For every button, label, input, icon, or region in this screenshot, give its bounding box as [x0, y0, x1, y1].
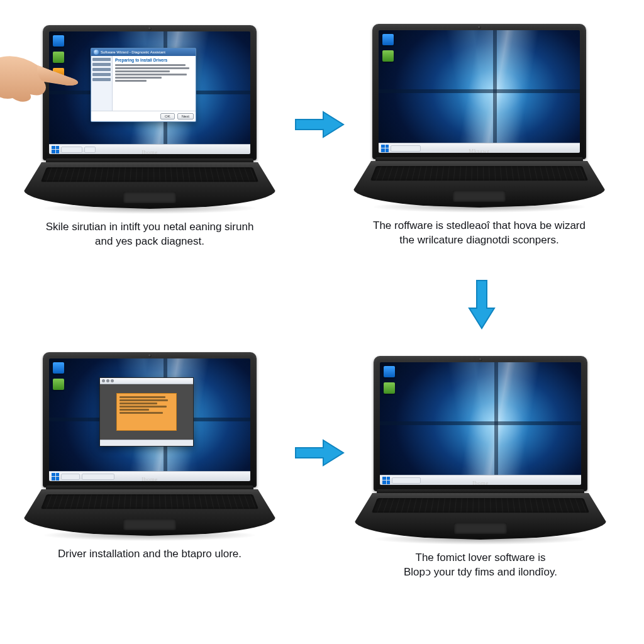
laptop-brand-label: Mksawe — [469, 148, 490, 154]
desktop-icon[interactable] — [53, 379, 64, 390]
step-4-caption: The fomict lover software is Blopɔ your … — [404, 551, 557, 580]
laptop-screen-bezel: Ibome — [43, 352, 257, 487]
wallpaper-light-beams — [380, 362, 581, 485]
laptop-screen-bezel: Software Wizard - Diagnostic Assistant P… — [43, 25, 257, 160]
dialog-title-text: Software Wizard - Diagnostic Assistant — [101, 50, 165, 54]
desktop-icon[interactable] — [53, 52, 64, 63]
caption-line: The fomict lover software is — [416, 552, 546, 564]
desktop-icon[interactable] — [53, 68, 64, 79]
driver-prompt-box[interactable] — [116, 393, 176, 431]
desktop-icons — [384, 366, 395, 394]
laptop-keyboard-deck — [355, 493, 606, 540]
laptop-keyboard[interactable] — [370, 166, 588, 180]
dialog-main: Preparing to Install Drivers — [113, 56, 196, 111]
laptop-screen-bezel: Mksawe — [372, 24, 586, 159]
laptop-screen — [380, 362, 581, 485]
start-button-icon[interactable] — [52, 146, 59, 153]
info-icon — [94, 50, 99, 55]
window-body — [100, 384, 193, 440]
laptop-screen-bezel: Ibome — [374, 356, 587, 491]
laptop-step-2: Mksawe — [353, 24, 605, 206]
step-1-caption: Skile sirutian in intift you netal eanin… — [46, 220, 254, 249]
laptop-keyboard-deck — [24, 489, 275, 536]
laptop-screen — [49, 358, 250, 481]
dialog-heading: Preparing to Install Drivers — [115, 58, 193, 62]
arrow-right-icon — [293, 108, 346, 141]
dialog-body: Preparing to Install Drivers — [91, 56, 196, 111]
laptop-trackpad[interactable] — [453, 191, 506, 202]
dialog-ok-button[interactable]: OK — [160, 113, 175, 119]
laptop-step-3: Ibome — [24, 352, 275, 535]
desktop-icon[interactable] — [382, 34, 394, 45]
taskbar-item[interactable] — [391, 145, 421, 152]
caption-line: Driver installation and the btapro ulore… — [58, 548, 242, 560]
laptop-screen: Software Wizard - Diagnostic Assistant P… — [49, 31, 250, 154]
window-titlebar[interactable] — [100, 378, 193, 384]
laptop-trackpad[interactable] — [454, 523, 507, 534]
laptop-brand-label: Ibome — [472, 480, 489, 486]
taskbar-item[interactable] — [61, 474, 80, 480]
laptop-screen — [379, 30, 580, 153]
camera-dot — [148, 354, 152, 357]
caption-line: and yes pack diagnest. — [95, 235, 204, 247]
step-1-panel: Software Wizard - Diagnostic Assistant P… — [24, 25, 275, 249]
step-2-panel: Mksawe The roffware is stedleaoî that ho… — [353, 24, 605, 248]
taskbar-item[interactable] — [61, 147, 82, 153]
laptop-keyboard-deck — [24, 162, 275, 209]
laptop-keyboard-deck — [353, 161, 605, 208]
laptop-trackpad[interactable] — [123, 192, 176, 203]
taskbar-item[interactable] — [392, 477, 421, 484]
camera-dot — [479, 358, 482, 361]
arrow-down-icon — [465, 278, 498, 331]
start-button-icon[interactable] — [52, 473, 59, 480]
laptop-keyboard[interactable] — [41, 167, 258, 182]
taskbar-item[interactable] — [84, 147, 96, 153]
laptop-keyboard[interactable] — [41, 494, 258, 509]
desktop-icon[interactable] — [53, 35, 64, 47]
dialog-sidebar — [91, 56, 113, 111]
step-2-caption: The roffware is stedleaoî that hova be w… — [373, 219, 586, 248]
wallpaper-light-beams — [379, 30, 580, 153]
desktop-icon[interactable] — [384, 382, 395, 394]
laptop-trackpad[interactable] — [123, 519, 176, 530]
arrow-right-icon — [293, 436, 346, 469]
laptop-brand-label: Ibome — [142, 476, 158, 482]
install-wizard-dialog[interactable]: Software Wizard - Diagnostic Assistant P… — [91, 48, 196, 122]
camera-dot — [148, 27, 152, 30]
laptop-step-1: Software Wizard - Diagnostic Assistant P… — [24, 25, 275, 208]
caption-line: Skile sirutian in intift you netal eanin… — [46, 221, 254, 233]
desktop-icon[interactable] — [384, 366, 395, 377]
dialog-footer: OK Next — [91, 111, 196, 121]
desktop-icons — [382, 34, 394, 62]
laptop-brand-label: Ibome — [142, 149, 158, 155]
caption-line: The roffware is stedleaoî that hova be w… — [373, 219, 586, 231]
laptop-step-4: Ibome — [355, 356, 606, 538]
laptop-keyboard[interactable] — [372, 498, 589, 513]
desktop-icon[interactable] — [382, 50, 394, 62]
step-3-panel: Ibome Driver installation and the btapro… — [24, 352, 275, 562]
desktop-icons — [53, 35, 64, 79]
caption-line: Blopɔ your tdy fims and ilondîoy. — [404, 566, 557, 578]
caption-line: the wrilcature diagnotdi sconpers. — [399, 234, 558, 246]
desktop-icon[interactable] — [53, 362, 64, 374]
step-4-panel: Ibome The fomict lover software is Blopɔ… — [355, 356, 606, 580]
camera-dot — [478, 26, 481, 29]
step-3-caption: Driver installation and the btapro ulore… — [58, 547, 242, 562]
window-footer — [100, 440, 193, 446]
window-controls[interactable] — [102, 379, 114, 382]
dialog-titlebar[interactable]: Software Wizard - Diagnostic Assistant — [91, 48, 196, 56]
start-button-icon[interactable] — [382, 477, 390, 484]
start-button-icon[interactable] — [381, 145, 389, 152]
dialog-next-button[interactable]: Next — [177, 113, 194, 119]
driver-install-window[interactable] — [99, 377, 194, 447]
desktop-icons — [53, 362, 64, 390]
taskbar-item[interactable] — [82, 474, 114, 480]
